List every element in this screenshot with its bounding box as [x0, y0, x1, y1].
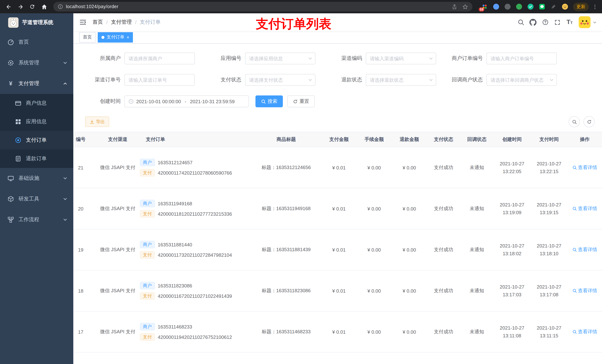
cell-title: 标题：1635311823086 — [251, 270, 321, 311]
extension-pin-icon[interactable] — [550, 3, 557, 10]
tab-pay-order[interactable]: 支付订单 × — [98, 32, 133, 42]
share-icon[interactable] — [452, 4, 457, 10]
cell-pay-status: 支付成功 — [427, 311, 460, 352]
merchant-tag: 商户 — [140, 282, 155, 289]
extension-check-icon[interactable] — [527, 3, 534, 10]
notify-status-select[interactable] — [486, 74, 557, 86]
view-detail-link[interactable]: 查看详情 — [572, 164, 597, 171]
channel-pay-no: 4200001173202110272847982104 — [158, 252, 232, 258]
title-prefix: 标题： — [262, 329, 276, 334]
search-icon[interactable] — [515, 16, 527, 28]
reset-button[interactable]: 重置 — [287, 95, 315, 107]
github-icon[interactable] — [527, 16, 539, 28]
breadcrumb: 首页 / 支付管理 / 支付订单 — [93, 19, 161, 26]
create-time: 13:19:09 — [494, 209, 531, 217]
pay-status-select[interactable] — [245, 74, 315, 86]
extension-chat-icon[interactable] — [538, 3, 546, 10]
col-pay-order: 支付订单 — [140, 132, 251, 147]
cell-refund: ¥ 0.00 — [392, 188, 427, 229]
date-range-input[interactable]: 2021-10-01 00:00:00 - 2021-10-31 23:59:5… — [124, 95, 249, 107]
sidebar-item-infra[interactable]: 基础设施 — [0, 168, 73, 189]
cell-pay-channel: 微信 JSAPI 支付 — [96, 188, 140, 229]
cell-pay-time: 2021-10-27 13:17:08 — [531, 270, 568, 311]
channel-code-input[interactable] — [366, 52, 436, 64]
sidebar-item-home[interactable]: 首页 — [0, 32, 73, 52]
sidebar-item-workflow[interactable]: 工作流程 — [0, 209, 73, 230]
extension-gray-icon[interactable] — [504, 3, 511, 10]
extension-green-icon[interactable] — [515, 3, 523, 10]
pay-time: 13:18:10 — [531, 250, 568, 258]
create-date: 2021-10-27 — [494, 201, 531, 209]
browser-update-button[interactable]: 更新 — [573, 2, 589, 11]
reload-icon[interactable] — [27, 2, 37, 11]
cell-title: 标题：1635311949168 — [251, 188, 321, 229]
sidebar-item-label: 支付订单 — [26, 137, 47, 144]
tab-label: 首页 — [83, 34, 92, 40]
toggle-search-icon[interactable] — [569, 116, 580, 127]
view-detail-link[interactable]: 查看详情 — [572, 287, 597, 294]
view-detail-link[interactable]: 查看详情 — [572, 246, 597, 253]
sidebar-item-devtools[interactable]: 研发工具 — [0, 189, 73, 209]
cell-actions: 查看详情 — [568, 270, 602, 311]
merchant-tag: 商户 — [140, 200, 155, 207]
cell-pay-status: 支付成功 — [427, 229, 460, 270]
breadcrumb-pay-manage[interactable]: 支付管理 — [111, 19, 132, 26]
merchant-order-no-input[interactable] — [486, 52, 557, 64]
font-size-icon[interactable]: TT — [563, 16, 576, 28]
sidebar-item-app-info[interactable]: 应用信息 — [0, 113, 73, 131]
pay-date: 2021-10-27 — [531, 201, 568, 209]
sidebar-item-label: 首页 — [19, 39, 29, 45]
chevron-down-icon — [63, 61, 67, 65]
url-bar[interactable]: localhost:1024/pay/order — [53, 2, 473, 11]
sidebar-item-merchant-info[interactable]: 商户信息 — [0, 94, 73, 113]
title-prefix: 标题： — [262, 288, 276, 293]
bookmark-star-icon[interactable] — [462, 4, 468, 10]
filter-channel-order-no: 渠道订单号 — [81, 74, 201, 86]
cell-id — [73, 352, 96, 364]
help-icon[interactable] — [539, 16, 551, 28]
date-end: 2021-10-31 23:59:59 — [190, 99, 235, 104]
sidebar-item-refund-order[interactable]: 退款订单 — [0, 149, 73, 168]
merchant-select[interactable] — [124, 52, 195, 64]
cell-fee: ¥ 0.00 — [356, 311, 392, 352]
refresh-icon[interactable] — [583, 116, 595, 127]
top-navbar: 首页 / 支付管理 / 支付订单 支付订单列表 — [73, 13, 602, 31]
back-icon[interactable] — [4, 2, 13, 11]
home-icon[interactable] — [39, 2, 49, 11]
cell-pay-order: 商户 1635312124657 支付 42000011742021102780… — [140, 147, 251, 188]
extension-dots-icon[interactable]: 10 — [481, 3, 488, 10]
search-button[interactable]: 搜索 — [256, 95, 283, 107]
extension-blue-icon[interactable] — [492, 3, 500, 10]
cell-refund: ¥ 0.00 — [392, 147, 427, 188]
user-menu[interactable] — [579, 16, 597, 28]
gear-icon — [7, 60, 14, 66]
sidebar-logo[interactable]: 芋道管理系统 — [0, 13, 73, 32]
fullscreen-icon[interactable] — [551, 16, 563, 28]
extension-emoji-icon[interactable] — [561, 3, 569, 10]
hamburger-icon[interactable] — [78, 18, 87, 27]
create-date: 2021-10-27 — [494, 160, 531, 167]
view-detail-link[interactable]: 查看详情 — [572, 329, 597, 335]
sidebar-item-pay[interactable]: ¥ 支付管理 — [0, 73, 73, 94]
app-select[interactable] — [245, 52, 315, 64]
cell-pay-order: 商户 1635311823086 支付 42000011672021102710… — [140, 270, 251, 311]
breadcrumb-home[interactable]: 首页 — [93, 19, 103, 26]
sidebar-item-pay-order[interactable]: 支付订单 — [0, 131, 73, 149]
cell-pay-channel: 微信 JSAPI 支付 — [96, 311, 140, 352]
forward-icon[interactable] — [16, 2, 25, 11]
sidebar-item-system[interactable]: 系统管理 — [0, 52, 73, 73]
cell-fee — [356, 352, 392, 364]
cell-create-time: 2021-10-27 13:11:08 — [494, 311, 531, 352]
sidebar: 芋道管理系统 首页 系统管理 — [0, 13, 73, 364]
document-icon — [15, 155, 22, 162]
sidebar-item-label: 支付管理 — [19, 80, 39, 87]
browser-menu-icon[interactable]: ⋮ — [592, 4, 598, 10]
channel-order-no-input[interactable] — [124, 74, 195, 86]
pay-time: 13:19:15 — [531, 209, 568, 217]
export-button[interactable]: 导出 — [85, 116, 109, 127]
site-info-icon[interactable] — [58, 4, 63, 9]
refund-status-select[interactable] — [366, 74, 436, 86]
tab-home[interactable]: 首页 — [79, 32, 96, 42]
close-icon[interactable]: × — [127, 35, 129, 39]
view-detail-link[interactable]: 查看详情 — [572, 205, 597, 212]
